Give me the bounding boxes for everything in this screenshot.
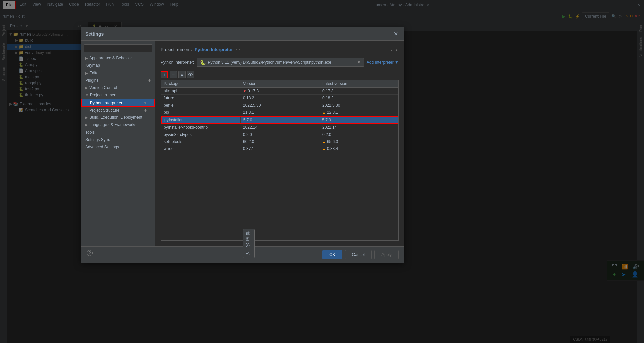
- nav-project[interactable]: ▼ Project: rumen: [81, 91, 155, 99]
- table-row[interactable]: future 0.18.2 0.18.2: [161, 95, 398, 102]
- add-interpreter-button[interactable]: Add Interpreter ▼: [367, 60, 399, 65]
- pkg-ver-pyinstaller: 5.7.0: [241, 117, 319, 123]
- breadcrumb-info-icon[interactable]: ⓘ: [236, 47, 240, 52]
- nav-project-structure-label: Project Structure: [89, 108, 119, 113]
- nav-editor[interactable]: ▶ Editor: [81, 69, 155, 77]
- settings-search-container: [81, 42, 155, 54]
- show-details-button[interactable]: 👁: [187, 71, 194, 78]
- lang-arrow-icon: ▶: [85, 123, 88, 127]
- table-row[interactable]: pywin32-ctypes 0.2.0 0.2.0: [161, 131, 398, 138]
- editor-arrow-icon: ▶: [85, 71, 88, 75]
- nav-build-label: Build, Execution, Deployment: [89, 115, 142, 120]
- breadcrumb-forward-button[interactable]: ›: [395, 46, 399, 53]
- setuptools-upgrade-icon: ▲: [322, 140, 326, 144]
- table-row[interactable]: pefile 2022.5.30 2022.5.30: [161, 102, 398, 109]
- pkg-ver-wheel: 0.37.1: [240, 145, 319, 152]
- appearance-arrow-icon: ▶: [85, 56, 88, 60]
- add-interpreter-arrow-icon: ▼: [395, 60, 399, 65]
- upgrade-package-button[interactable]: ▲: [178, 71, 186, 78]
- pkg-name-altgraph: altgraph: [161, 88, 240, 94]
- nav-version-control[interactable]: ▶ Version Control: [81, 84, 155, 91]
- pkg-name-pyinstaller: pyinstaller: [162, 117, 241, 123]
- table-row[interactable]: setuptools 60.2.0 ▲ 65.6.3: [161, 138, 398, 145]
- pkg-latest-pyinstaller: 5.7.0: [319, 117, 398, 123]
- table-body: altgraph ▼ 0.17.3 0.17.3 future 0.18.2 0…: [161, 88, 398, 152]
- nav-appearance[interactable]: ▶ Appearance & Behavior: [81, 54, 155, 62]
- settings-sidebar: ▶ Appearance & Behavior Keymap ▶ Editor …: [81, 41, 155, 246]
- settings-content: Project: rumen › Python Interpreter ⓘ ‹ …: [155, 41, 404, 246]
- breadcrumb-parent[interactable]: Project: rumen: [161, 47, 189, 52]
- table-row[interactable]: pyinstaller 5.7.0 5.7.0: [161, 116, 398, 124]
- nav-plugins-label: Plugins: [85, 78, 98, 83]
- table-header: Package Version Latest version: [161, 80, 398, 88]
- interpreter-dropdown-icon: ▼: [357, 60, 361, 65]
- nav-project-structure[interactable]: Project Structure ⚙: [81, 107, 155, 114]
- pkg-name-pywin32: pywin32-ctypes: [161, 131, 240, 138]
- nav-tools-label: Tools: [85, 130, 95, 135]
- nav-plugins[interactable]: Plugins ⚙: [81, 77, 155, 84]
- nav-languages[interactable]: ▶ Languages & Frameworks: [81, 121, 155, 128]
- pkg-latest-setuptools: ▲ 65.6.3: [319, 138, 398, 145]
- pkg-ver-hooks: 2022.14: [240, 124, 319, 131]
- pkg-name-hooks: pyinstaller-hooks-contrib: [161, 124, 240, 131]
- project-arrow-icon: ▼: [85, 93, 89, 97]
- remove-package-button[interactable]: −: [170, 71, 177, 78]
- nav-advanced[interactable]: Advanced Settings: [81, 143, 155, 151]
- table-row[interactable]: altgraph ▼ 0.17.3 0.17.3: [161, 88, 398, 95]
- nav-editor-label: Editor: [89, 70, 100, 75]
- nav-settings-sync-label: Settings Sync: [85, 137, 110, 142]
- pkg-name-wheel: wheel: [161, 145, 240, 152]
- project-structure-gear-icon: ⚙: [144, 109, 147, 112]
- nav-vc-label: Version Control: [89, 85, 117, 90]
- pip-upgrade-icon: ▲: [322, 111, 326, 114]
- apply-button[interactable]: Apply: [374, 250, 399, 259]
- breadcrumb-back-button[interactable]: ‹: [389, 46, 393, 53]
- breadcrumb-nav: ‹ ›: [389, 46, 399, 53]
- col-version: Version: [240, 80, 319, 87]
- table-row[interactable]: pip 21.3.1 ▲ 22.3.1: [161, 109, 398, 116]
- help-button[interactable]: ?: [87, 250, 93, 259]
- table-row[interactable]: pyinstaller-hooks-contrib 2022.14 2022.1…: [161, 124, 398, 131]
- packages-table: Package Version Latest version altgraph …: [161, 80, 399, 241]
- nav-project-label: Project: rumen: [90, 93, 116, 97]
- interpreter-select[interactable]: 🐍 Python 3.11 (venv) D:\Sufuq2\Python\ru…: [197, 58, 364, 67]
- pkg-latest-future: 0.18.2: [319, 95, 398, 102]
- cancel-button[interactable]: Cancel: [345, 250, 372, 259]
- settings-breadcrumb: Project: rumen › Python Interpreter ⓘ ‹ …: [161, 46, 399, 53]
- upgrade-down-icon: ▼: [243, 89, 246, 93]
- settings-search-input[interactable]: [84, 44, 152, 52]
- dialog-header: Settings ✕: [81, 27, 404, 41]
- pkg-name-pip: pip: [161, 109, 240, 116]
- pkg-latest-pefile: 2022.5.30: [319, 102, 398, 109]
- nav-build[interactable]: ▶ Build, Execution, Deployment: [81, 114, 155, 121]
- pkg-ver-altgraph: ▼ 0.17.3: [240, 88, 319, 94]
- nav-python-interpreter[interactable]: Python Interpreter ⚙: [81, 99, 155, 107]
- pkg-latest-hooks: 2022.14: [319, 124, 398, 131]
- nav-settings-sync[interactable]: Settings Sync: [81, 136, 155, 143]
- pkg-ver-pip: 21.3.1: [240, 109, 319, 116]
- pkg-latest-pywin32: 0.2.0: [319, 131, 398, 138]
- nav-keymap[interactable]: Keymap: [81, 62, 155, 69]
- nav-tools[interactable]: Tools: [81, 128, 155, 136]
- add-package-button[interactable]: +: [161, 71, 168, 78]
- nav-appearance-label: Appearance & Behavior: [89, 56, 132, 60]
- interpreter-value: Python 3.11 (venv) D:\Sufuq2\Python\rume…: [208, 60, 331, 65]
- plugins-gear-icon: ⚙: [148, 79, 151, 82]
- pkg-latest-altgraph: 0.17.3: [319, 88, 398, 94]
- dialog-close-button[interactable]: ✕: [392, 30, 400, 38]
- pkg-ver-future: 0.18.2: [240, 95, 319, 102]
- nav-advanced-label: Advanced Settings: [85, 145, 119, 149]
- dialog-body: ▶ Appearance & Behavior Keymap ▶ Editor …: [81, 41, 404, 246]
- python-interpreter-gear-icon: ⚙: [143, 101, 146, 105]
- col-latest: Latest version: [319, 80, 398, 87]
- ok-button[interactable]: OK: [322, 250, 342, 259]
- col-package: Package: [161, 80, 240, 87]
- nav-python-interpreter-label: Python Interpreter: [90, 101, 122, 105]
- table-row[interactable]: wheel 0.37.1 ▲ 0.38.4: [161, 145, 398, 152]
- help-icon[interactable]: ?: [87, 250, 93, 256]
- dialog-overlay: Settings ✕ ▶ Appearance & Behavior Keyma…: [0, 0, 644, 343]
- pkg-name-pefile: pefile: [161, 102, 240, 109]
- pkg-ver-pefile: 2022.5.30: [240, 102, 319, 109]
- vc-arrow-icon: ▶: [85, 86, 88, 90]
- interpreter-label: Python Interpreter:: [161, 60, 194, 65]
